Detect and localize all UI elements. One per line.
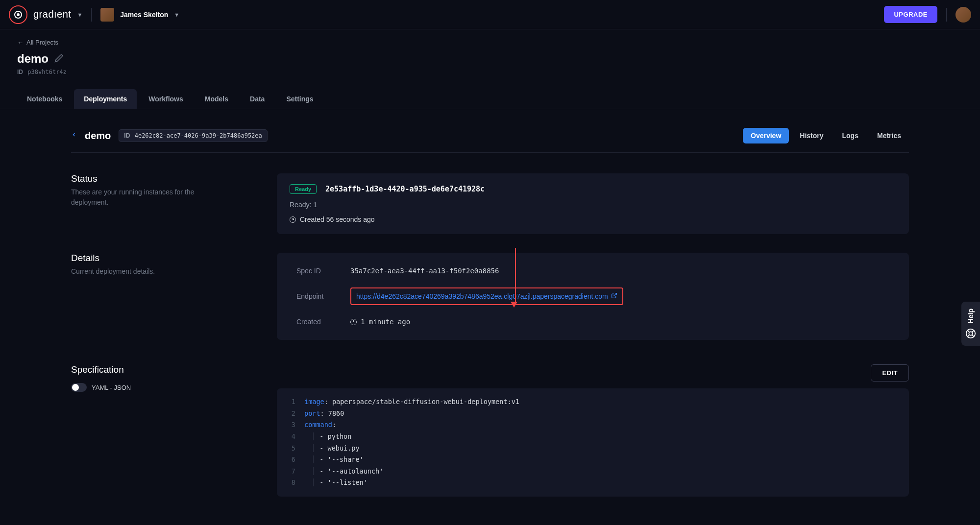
brand-logo-icon: [9, 5, 27, 24]
profile-avatar[interactable]: [956, 7, 971, 23]
upgrade-button[interactable]: UPGRADE: [884, 6, 937, 23]
spec-id-label: Spec ID: [296, 267, 350, 275]
code-line: 7 - '--autolaunch': [287, 466, 899, 477]
created-value: 1 minute ago: [361, 318, 410, 326]
code-line: 8 - '--listen': [287, 477, 899, 489]
code-line: 2port: 7860: [287, 408, 899, 420]
subtab-history[interactable]: History: [792, 128, 831, 143]
ready-count: Ready: 1: [290, 201, 896, 209]
header-right: UPGRADE: [884, 6, 971, 23]
spec-title: Specification: [71, 364, 124, 375]
endpoint-label: Endpoint: [296, 292, 350, 300]
help-label: Help: [967, 309, 975, 323]
chevron-left-icon[interactable]: [71, 131, 77, 141]
lifebuoy-icon: [965, 328, 976, 339]
project-id-row: ID p38vht6tr4z: [17, 69, 963, 75]
spec-id-value: 35a7c2ef-aea3-44ff-aa13-f50f2e0a8856: [350, 267, 499, 275]
content: demo ID 4e262c82-ace7-4026-9a39-2b7486a9…: [0, 109, 980, 497]
details-title: Details: [71, 253, 267, 263]
id-label: ID: [124, 132, 130, 139]
back-link-label: All Projects: [26, 39, 58, 46]
tab-notebooks[interactable]: Notebooks: [17, 89, 72, 109]
tab-models[interactable]: Models: [195, 89, 238, 109]
code-line: 1image: paperspace/stable-diffusion-webu…: [287, 396, 899, 408]
spec-section: Specification YAML - JSON EDIT 1image: p…: [71, 364, 909, 497]
code-line: 3command:: [287, 419, 899, 431]
code-block[interactable]: 1image: paperspace/stable-diffusion-webu…: [287, 392, 899, 493]
project-title: demo: [17, 52, 49, 66]
code-line: 6 - '--share': [287, 454, 899, 466]
details-section: Details Current deployment details. Spec…: [71, 253, 909, 340]
status-desc: These are your running instances for the…: [71, 187, 228, 208]
chevron-down-icon[interactable]: ▼: [77, 12, 82, 18]
details-desc: Current deployment details.: [71, 266, 228, 277]
code-line: 5 - webui.py: [287, 443, 899, 454]
user-switcher[interactable]: James Skelton ▼: [100, 8, 179, 22]
toggle-label: YAML - JSON: [92, 384, 131, 391]
svg-line-4: [972, 335, 974, 337]
clock-icon: [350, 319, 357, 325]
status-card: Ready 2e53affb-1d3e-4420-a935-de6e7c4192…: [277, 173, 909, 234]
svg-line-6: [968, 335, 970, 337]
status-badge: Ready: [290, 184, 317, 194]
app-header: gradıent ▼ James Skelton ▼ UPGRADE: [0, 0, 980, 29]
endpoint-highlight: https://d4e262c82ace740269a392b7486a952e…: [350, 287, 623, 305]
pencil-icon[interactable]: [54, 54, 63, 64]
avatar: [100, 8, 114, 22]
created-text: Created 56 seconds ago: [300, 215, 375, 223]
help-tab[interactable]: Help: [961, 302, 980, 346]
subtab-logs[interactable]: Logs: [834, 128, 866, 143]
status-section: Status These are your running instances …: [71, 173, 909, 234]
annotation-arrow: [514, 248, 517, 308]
deployment-subtabs: Overview History Logs Metrics: [743, 128, 909, 143]
yaml-json-toggle[interactable]: [71, 383, 87, 392]
tab-settings[interactable]: Settings: [276, 89, 323, 109]
brand-name: gradıent: [33, 9, 71, 20]
brand-group[interactable]: gradıent ▼: [9, 5, 82, 24]
created-label: Created: [296, 318, 350, 326]
endpoint-link[interactable]: https://d4e262c82ace740269a392b7486a952e…: [356, 292, 617, 300]
tab-deployments[interactable]: Deployments: [74, 89, 137, 109]
arrow-left-icon: ←: [17, 39, 24, 46]
tab-workflows[interactable]: Workflows: [139, 89, 193, 109]
deployment-name: demo: [85, 130, 111, 142]
endpoint-url: https://d4e262c82ace740269a392b7486a952e…: [356, 292, 608, 300]
svg-line-5: [972, 331, 974, 333]
project-header: ← All Projects demo ID p38vht6tr4z: [0, 29, 980, 75]
deployment-id-badge[interactable]: ID 4e262c82-ace7-4026-9a39-2b7486a952ea: [119, 129, 267, 142]
deployment-header: demo ID 4e262c82-ace7-4026-9a39-2b7486a9…: [71, 128, 909, 153]
svg-line-3: [968, 331, 970, 333]
status-title: Status: [71, 173, 267, 184]
id-label: ID: [17, 69, 23, 75]
instance-id: 2e53affb-1d3e-4420-a935-de6e7c41928c: [325, 185, 485, 193]
clock-icon: [290, 216, 296, 223]
details-card: Spec ID 35a7c2ef-aea3-44ff-aa13-f50f2e0a…: [277, 253, 909, 340]
external-link-icon: [611, 292, 617, 300]
divider: [91, 8, 92, 22]
subtab-metrics[interactable]: Metrics: [869, 128, 909, 143]
spec-code-card: 1image: paperspace/stable-diffusion-webu…: [277, 388, 909, 497]
tab-data[interactable]: Data: [240, 89, 274, 109]
header-left: gradıent ▼ James Skelton ▼: [9, 5, 179, 24]
subtab-overview[interactable]: Overview: [743, 128, 789, 143]
svg-line-0: [613, 293, 616, 296]
code-line: 4 - python: [287, 431, 899, 443]
deployment-id-value: 4e262c82-ace7-4026-9a39-2b7486a952ea: [135, 132, 262, 139]
divider: [946, 8, 947, 22]
back-to-projects-link[interactable]: ← All Projects: [17, 39, 58, 46]
user-name: James Skelton: [120, 11, 168, 19]
edit-button[interactable]: EDIT: [871, 364, 909, 382]
svg-point-2: [969, 332, 972, 335]
project-id-value: p38vht6tr4z: [27, 69, 66, 75]
project-tabs: Notebooks Deployments Workflows Models D…: [0, 89, 980, 109]
chevron-down-icon[interactable]: ▼: [174, 12, 179, 18]
